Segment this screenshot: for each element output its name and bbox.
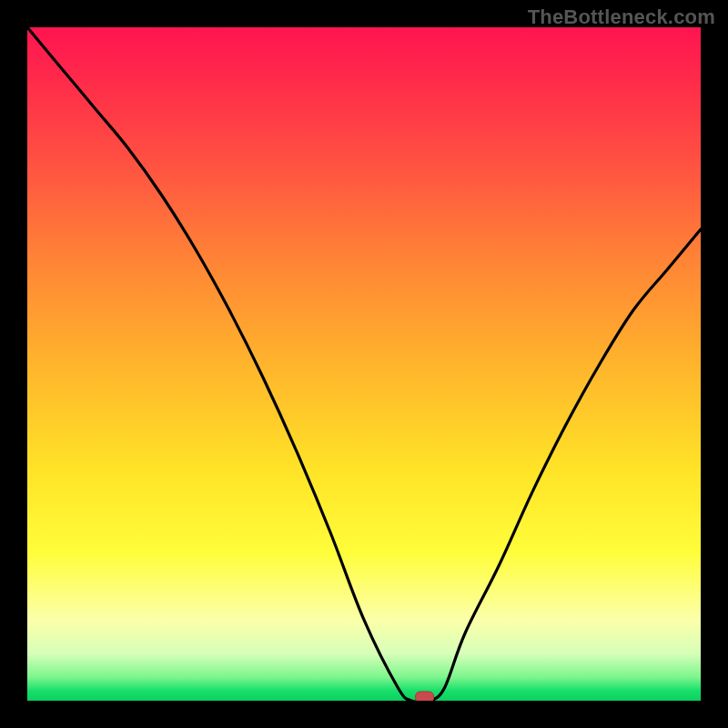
plot-area [27, 27, 701, 701]
watermark-text: TheBottleneck.com [528, 5, 715, 29]
minimum-marker [416, 692, 434, 701]
bottleneck-curve-svg [27, 27, 701, 701]
chart-frame: TheBottleneck.com [0, 0, 728, 728]
bottleneck-curve [27, 27, 701, 701]
